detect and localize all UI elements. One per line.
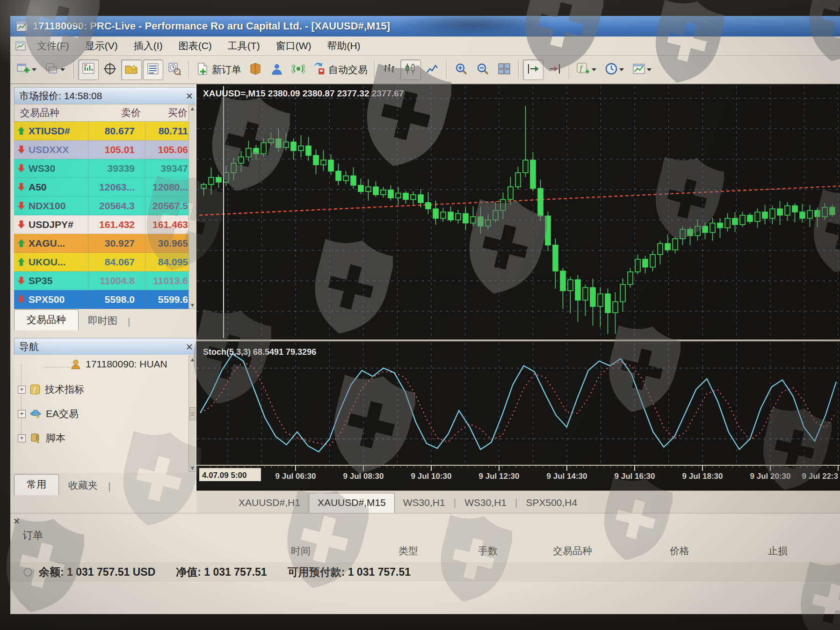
menu-item-6[interactable]: 窗口(W) [276, 39, 311, 52]
bid-cell: 80.677 [78, 125, 135, 137]
symbol-cell: XTIUSD# [18, 125, 78, 137]
templates-button[interactable] [630, 59, 656, 80]
chevron-down-icon[interactable] [647, 68, 652, 71]
market-watch-row-XAGU[interactable]: XAGU...30.92730.965 [14, 234, 196, 253]
orders-col-3[interactable]: 手数 [478, 544, 498, 557]
navigator-button[interactable] [121, 59, 142, 80]
arrow-down-icon [18, 183, 25, 191]
market-watch-row-SPX500[interactable]: SPX5005598.05599.6 [14, 290, 196, 309]
scroll-down-icon[interactable]: ▼ [190, 302, 196, 308]
expand-plus-icon[interactable]: + [18, 386, 26, 394]
navigator-item-4[interactable]: +脚本 [18, 432, 65, 445]
terminal-button[interactable] [143, 59, 163, 80]
zoom-out-button[interactable] [472, 59, 493, 80]
candle-chart-button[interactable] [400, 59, 421, 80]
autotrading-button[interactable]: 自动交易 [310, 59, 370, 80]
scrollbar-thumb[interactable] [189, 407, 196, 420]
chevron-down-icon[interactable] [32, 68, 36, 71]
menu-item-5[interactable]: 工具(T) [228, 39, 260, 52]
market-watch-row-XTIUSD[interactable]: XTIUSD#80.67780.711 [14, 122, 196, 140]
column-divider [88, 215, 88, 234]
menu-item-3[interactable]: 插入(I) [134, 39, 163, 52]
navigator-tab-1[interactable]: 常用 [14, 474, 59, 495]
orders-col-1[interactable]: 时间 [291, 544, 311, 557]
chart-tab-1[interactable]: XAUUSD#,H1 [230, 493, 309, 513]
line-chart-button[interactable] [422, 59, 442, 80]
navigator-item-1[interactable]: 171180090: HUAN [70, 359, 167, 370]
chart-tab-4[interactable]: WS30,H1 [456, 493, 515, 513]
market-watch-row-A50[interactable]: A5012063...12080... [14, 178, 196, 197]
market-watch-row-NDX100[interactable]: NDX10020564.320567.5 [14, 197, 196, 215]
menu-item-4[interactable]: 图表(C) [179, 39, 212, 52]
indicators-button[interactable]: f [573, 59, 601, 80]
scroll-down-icon[interactable]: ▼ [190, 465, 196, 471]
price-chart[interactable]: 4.07.09 5:009 Jul 06:309 Jul 08:309 Jul … [196, 84, 840, 491]
close-icon[interactable]: ✕ [13, 516, 20, 527]
chart-shift-button[interactable] [523, 59, 543, 80]
chart-window-icon[interactable] [15, 40, 26, 51]
scroll-up-icon[interactable]: ▲ [190, 105, 196, 112]
market-watch-row-USDXXX[interactable]: USDXXX105.01105.06 [14, 140, 196, 159]
time-axis-label: 9 Jul 12:30 [479, 472, 520, 481]
navigator-tab-2[interactable]: 收藏夹 [59, 476, 107, 495]
market-watch-button[interactable] [78, 59, 99, 80]
scroll-up-icon[interactable]: ▲ [190, 356, 196, 363]
title-bar[interactable]: 171180090: PRC-Live - Performance Ro aru… [10, 16, 840, 37]
col-symbol[interactable]: 交易品种 [20, 106, 90, 119]
menu-item-2[interactable]: 显示(V) [85, 39, 118, 52]
market-watch-row-UKOU[interactable]: UKOU...84.06784.095 [14, 253, 196, 271]
orders-col-5[interactable]: 价格 [670, 544, 689, 557]
navigator-item-3[interactable]: +EA交易 [18, 407, 79, 420]
market-watch-row-USDJPY[interactable]: USDJPY#161.432161.463 [14, 215, 196, 234]
new-chart-button[interactable] [14, 59, 41, 80]
column-divider [145, 215, 145, 234]
profiles-button[interactable] [42, 59, 70, 80]
market-watch-row-WS30[interactable]: WS303933939347 [14, 159, 196, 178]
close-icon[interactable]: ✕ [186, 342, 193, 352]
market-watch-title: 市场报价: 14:58:08 [19, 89, 102, 103]
symbol-label: NDX100 [29, 200, 65, 212]
menu-item-1[interactable]: 文件(F) [37, 39, 69, 52]
market-watch-tab-1[interactable]: 交易品种 [14, 309, 79, 330]
navigator-tabs: 常用收藏夹| [14, 474, 196, 495]
col-bid[interactable]: 卖价 [90, 106, 141, 119]
market-watch-tabs: 交易品种即时图| [14, 309, 196, 330]
orders-col-6[interactable]: 止损 [768, 544, 788, 557]
zoom-in-button[interactable] [451, 59, 471, 80]
chart-tab-2[interactable]: XAUUSD#,M15 [309, 493, 395, 513]
menu-item-7[interactable]: 帮助(H) [327, 39, 360, 52]
chart-tab-bar: XAUUSD#,H1XAUUSD#,M15WS30,H1|WS30,H1|SPX… [196, 491, 840, 513]
market-watch-tab-2[interactable]: 即时图 [79, 311, 127, 330]
close-icon[interactable]: ✕ [186, 91, 193, 102]
community-button[interactable] [267, 59, 287, 80]
column-divider [145, 234, 145, 252]
col-ask[interactable]: 买价 [141, 106, 192, 119]
market-watch-row-SP35[interactable]: SP3511004.811013.6 [14, 271, 196, 290]
chevron-down-icon[interactable] [592, 68, 596, 71]
symbol-cell: UKOU... [18, 256, 78, 268]
tile-windows-button[interactable] [494, 59, 514, 80]
data-window-button[interactable] [100, 59, 120, 80]
auto-scroll-button[interactable] [544, 59, 565, 80]
market-watch-titlebar[interactable]: 市场报价: 14:58:08 ✕ [14, 87, 197, 105]
expand-plus-icon[interactable]: + [18, 434, 26, 442]
navigator-titlebar[interactable]: 导航 ✕ [14, 338, 197, 356]
strategy-tester-button[interactable] [164, 59, 185, 80]
navigator-item-2[interactable]: +f技术指标 [18, 383, 84, 396]
orders-col-2[interactable]: 类型 [398, 544, 418, 557]
metaeditor-button[interactable] [245, 59, 266, 80]
chart-tab-5[interactable]: SPX500,H4 [517, 493, 586, 513]
chevron-down-icon[interactable] [619, 68, 624, 71]
chart-area[interactable]: 4.07.09 5:009 Jul 06:309 Jul 08:309 Jul … [196, 84, 840, 491]
orders-col-4[interactable]: 交易品种 [553, 544, 592, 557]
bar-chart-button[interactable] [379, 59, 399, 80]
expand-plus-icon[interactable]: + [18, 410, 26, 418]
market-watch-table: XTIUSD#80.67780.711USDXXX105.01105.06WS3… [14, 122, 196, 309]
broadcast-button[interactable] [288, 59, 309, 80]
market-watch-header[interactable]: 交易品种 卖价 买价 [14, 104, 196, 122]
chevron-down-icon[interactable] [60, 68, 65, 71]
toolbar: 新订单自动交易f [10, 56, 840, 84]
periods-button[interactable] [602, 59, 629, 80]
chart-tab-3[interactable]: WS30,H1 [395, 493, 454, 513]
new-order-button[interactable]: 新订单 [193, 59, 244, 80]
